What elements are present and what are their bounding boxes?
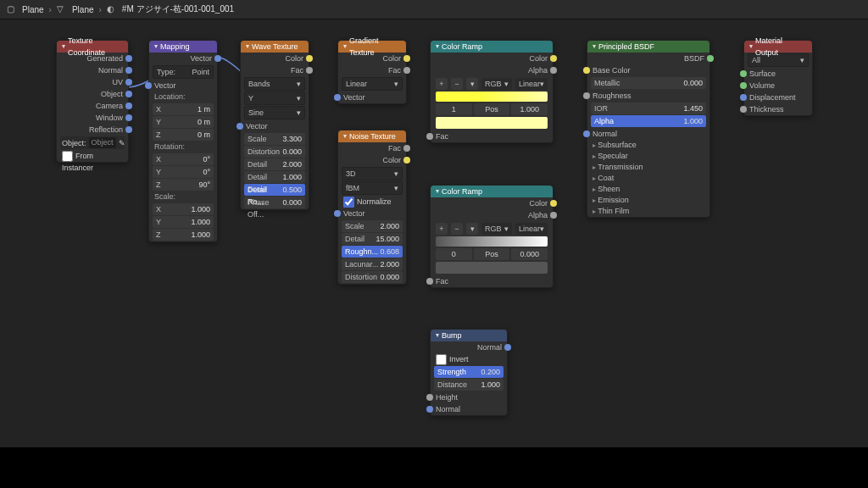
socket-base-color[interactable]: Base Color — [587, 64, 709, 76]
socket-normal-out[interactable]: Normal — [431, 341, 507, 353]
noise-detail[interactable]: Detail15.000 — [342, 233, 403, 245]
socket-alpha[interactable]: Alpha — [431, 209, 553, 221]
bsdf-metallic[interactable]: Metallic0.000 — [591, 77, 706, 89]
socket-vector-in[interactable]: Vector — [241, 120, 309, 132]
socket-vector-out[interactable]: Vector — [149, 53, 217, 64]
node-noise-texture[interactable]: Noise Texture Fac Color 3D▾ fBM▾ Normali… — [337, 130, 407, 285]
socket-color[interactable]: Color — [338, 53, 406, 64]
socket-normal[interactable]: Normal — [587, 128, 709, 140]
ramp-swatch[interactable] — [436, 117, 548, 129]
bump-invert[interactable]: Invert — [431, 353, 507, 365]
type-dropdown[interactable]: Type:Point — [153, 65, 214, 79]
socket-fac[interactable]: Fac — [338, 64, 406, 76]
wave-dir[interactable]: Y▾ — [244, 92, 305, 105]
exp-emission[interactable]: Emission — [587, 195, 709, 206]
loc-y[interactable]: Y0 m — [153, 116, 214, 128]
socket-vector-in[interactable]: Vector — [338, 208, 406, 219]
socket-uv[interactable]: UV — [57, 76, 128, 88]
rot-x[interactable]: X0° — [153, 153, 214, 165]
node-header[interactable]: Material Output — [744, 41, 812, 53]
socket-fac[interactable]: Fac — [241, 64, 309, 76]
node-header[interactable]: Texture Coordinate — [57, 41, 128, 53]
socket-color[interactable]: Color — [338, 154, 406, 166]
node-material-output[interactable]: Material Output All▾ Surface Volume Disp… — [743, 40, 813, 116]
bsdf-ior[interactable]: IOR1.450 — [591, 103, 706, 114]
rot-y[interactable]: Y0° — [153, 166, 214, 178]
noise-normalize[interactable]: Normalize — [338, 196, 406, 208]
node-bump[interactable]: Bump Normal Invert Strength0.200 Distanc… — [430, 329, 508, 416]
exp-sheen[interactable]: Sheen — [587, 184, 709, 195]
socket-vector-in[interactable]: Vector — [149, 80, 217, 92]
ramp-pos[interactable]: 1Pos1.000 — [436, 103, 548, 115]
ramp-controls[interactable]: +−▾RGB▾Linear▾ — [436, 78, 548, 90]
node-header[interactable]: Mapping — [149, 41, 217, 53]
node-principled-bsdf[interactable]: Principled BSDF BSDF Base Color Metallic… — [587, 40, 710, 218]
socket-window[interactable]: Window — [57, 112, 128, 124]
socket-vector-in[interactable]: Vector — [338, 92, 406, 103]
sca-x[interactable]: X1.000 — [153, 203, 214, 215]
socket-alpha[interactable]: Alpha — [431, 64, 553, 76]
loc-z[interactable]: Z0 m — [153, 129, 214, 141]
noise-dist[interactable]: Distortion0.000 — [342, 271, 403, 283]
wave-detail-rough[interactable]: Detail Ro...0.500 — [244, 184, 305, 196]
ramp-controls[interactable]: +−▾RGB▾Linear▾ — [436, 223, 548, 235]
socket-normal[interactable]: Normal — [57, 64, 128, 76]
node-mapping[interactable]: Mapping Vector Type:Point Vector Locatio… — [148, 40, 218, 242]
noise-lac[interactable]: Lacunar...2.000 — [342, 258, 403, 270]
node-wave-texture[interactable]: Wave Texture Color Fac Bands▾ Y▾ Sine▾ V… — [240, 40, 309, 210]
node-header[interactable]: Bump — [431, 330, 507, 341]
ramp-pos[interactable]: 0Pos0.000 — [436, 248, 548, 260]
bump-strength[interactable]: Strength0.200 — [434, 366, 504, 378]
wave-phase[interactable]: Phase Off...0.000 — [244, 197, 305, 208]
object-reference[interactable]: Object:Object✎ — [60, 136, 125, 149]
socket-thickness[interactable]: Thickness — [744, 103, 812, 115]
noise-rough[interactable]: Roughn...0.608 — [342, 246, 403, 258]
grad-type[interactable]: Linear▾ — [342, 77, 403, 91]
node-color-ramp-2[interactable]: Color Ramp Color Alpha +−▾RGB▾Linear▾ 0P… — [430, 185, 554, 288]
from-instancer-check[interactable]: From Instancer — [57, 150, 128, 162]
wave-detail-scale[interactable]: Detail Scale1.000 — [244, 171, 305, 183]
noise-scale[interactable]: Scale2.000 — [342, 220, 403, 232]
node-header[interactable]: Wave Texture — [241, 41, 309, 53]
exp-subsurface[interactable]: Subsurface — [587, 140, 709, 151]
crumb-object[interactable]: Plane — [22, 5, 44, 14]
node-header[interactable]: Color Ramp — [431, 186, 553, 197]
rot-z[interactable]: Z90° — [153, 179, 214, 191]
socket-reflection[interactable]: Reflection — [57, 124, 128, 136]
node-gradient-texture[interactable]: Gradient Texture Color Fac Linear▾ Vecto… — [337, 40, 407, 104]
ramp-gradient[interactable] — [436, 236, 548, 247]
bump-distance[interactable]: Distance1.000 — [434, 379, 504, 391]
noise-type[interactable]: fBM▾ — [342, 181, 403, 195]
socket-camera[interactable]: Camera — [57, 100, 128, 112]
exp-thinfilm[interactable]: Thin Film — [587, 206, 709, 217]
exp-coat[interactable]: Coat — [587, 173, 709, 184]
socket-surface[interactable]: Surface — [744, 68, 812, 80]
wave-detail[interactable]: Detail2.000 — [244, 158, 305, 170]
socket-color[interactable]: Color — [241, 53, 309, 64]
noise-dim[interactable]: 3D▾ — [342, 167, 403, 180]
socket-fac[interactable]: Fac — [431, 275, 553, 287]
ramp-gradient[interactable] — [436, 92, 548, 102]
socket-generated[interactable]: Generated — [57, 53, 128, 64]
loc-x[interactable]: X1 m — [153, 103, 214, 115]
socket-fac[interactable]: Fac — [431, 130, 553, 142]
node-header[interactable]: Noise Texture — [338, 130, 406, 142]
node-header[interactable]: Principled BSDF — [587, 41, 709, 53]
eyedropper-icon[interactable]: ✎ — [119, 139, 125, 147]
socket-height[interactable]: Height — [431, 391, 507, 403]
exp-specular[interactable]: Specular — [587, 151, 709, 162]
node-header[interactable]: Color Ramp — [431, 41, 553, 53]
socket-fac[interactable]: Fac — [338, 142, 406, 154]
crumb-material[interactable]: #M アジサイ-苞-001-001_001 — [122, 3, 234, 15]
socket-color[interactable]: Color — [431, 53, 553, 64]
socket-volume[interactable]: Volume — [744, 80, 812, 92]
wave-distortion[interactable]: Distortion0.000 — [244, 146, 305, 158]
wave-type[interactable]: Bands▾ — [244, 77, 305, 91]
socket-bsdf[interactable]: BSDF — [587, 53, 709, 64]
exp-transmission[interactable]: Transmission — [587, 162, 709, 173]
node-color-ramp-1[interactable]: Color Ramp Color Alpha +−▾RGB▾Linear▾ 1P… — [430, 40, 554, 143]
sca-z[interactable]: Z1.000 — [153, 229, 214, 241]
socket-color[interactable]: Color — [431, 197, 553, 209]
socket-roughness[interactable]: Roughness — [587, 90, 709, 102]
node-texture-coordinate[interactable]: Texture Coordinate Generated Normal UV O… — [56, 40, 129, 163]
